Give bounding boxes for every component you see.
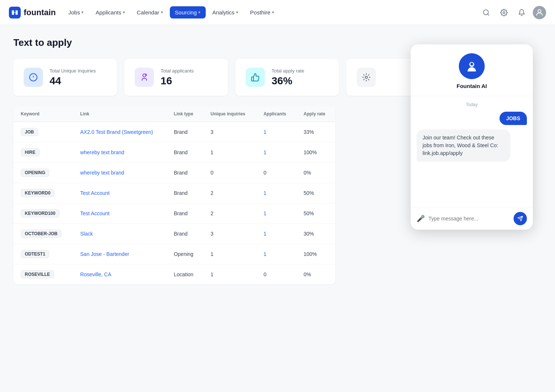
- apply-rate-cell: 100%: [296, 142, 336, 163]
- link-type-cell: Brand: [166, 183, 203, 203]
- applicants-cell[interactable]: 1: [256, 122, 296, 142]
- apply-rate-cell: 50%: [296, 183, 336, 203]
- nav-icons: [480, 6, 546, 19]
- keyword-badge: KEYWORD0: [21, 189, 54, 197]
- logo-text: fountain: [24, 8, 56, 17]
- unique-inquiries-cell: 3: [203, 224, 256, 244]
- chat-mic-icon[interactable]: 🎤: [417, 214, 425, 223]
- table-row: ODTEST1 San Jose - Bartender Opening 1 1…: [13, 244, 335, 264]
- total-applicants-icon: [135, 68, 154, 87]
- table-row: KEYWORD100 Test Account Brand 2 1 50%: [13, 203, 335, 224]
- keyword-badge: KEYWORD100: [21, 209, 60, 217]
- applicants-cell: 0: [256, 163, 296, 183]
- bell-icon: [518, 9, 525, 16]
- link-type-cell: Brand: [166, 122, 203, 142]
- link-type-cell: Brand: [166, 142, 203, 163]
- link-cell[interactable]: whereby text brand: [80, 170, 124, 176]
- keywords-table-container: Keyword Link Link type Unique inquiries …: [13, 106, 335, 284]
- apply-rate-cell: 100%: [296, 244, 336, 264]
- gear-icon: [500, 9, 508, 16]
- chat-avatar: [459, 53, 485, 79]
- apply-rate-cell: 50%: [296, 203, 336, 224]
- logo[interactable]: fountain: [9, 7, 56, 18]
- sourcing-chevron-icon: ▾: [198, 10, 201, 15]
- keyword-badge: HIRE: [21, 148, 40, 156]
- keyword-badge: ODTEST1: [21, 250, 49, 258]
- notifications-button[interactable]: [515, 6, 528, 19]
- chat-send-button[interactable]: [514, 212, 527, 225]
- link-cell[interactable]: Test Account: [80, 190, 110, 196]
- apply-rate-cell: 33%: [296, 122, 336, 142]
- chat-message-input[interactable]: [428, 216, 510, 222]
- link-cell[interactable]: whereby text brand: [80, 149, 124, 155]
- applicants-cell[interactable]: 1: [256, 142, 296, 163]
- table-row: ROSEVILLE Roseville, CA Location 1 0 0%: [13, 264, 335, 285]
- col-header-unique-inquiries: Unique inquiries: [203, 106, 256, 122]
- apply-rate-label: Total apply rate: [272, 68, 304, 74]
- chat-body: Today JOBS Join our team! Check out thes…: [411, 96, 533, 207]
- stat-card-unique-inquiries: Total Unique Inquiries 44: [13, 59, 117, 96]
- unique-inquiries-icon: [24, 68, 43, 87]
- chat-bot-message: Join our team! Check out these jobs from…: [417, 129, 510, 162]
- applicants-chevron-icon: ▾: [123, 10, 125, 15]
- chat-date-label: Today: [417, 102, 527, 107]
- applicants-cell[interactable]: 1: [256, 203, 296, 224]
- navbar: fountain Jobs ▾ Applicants ▾ Calendar ▾ …: [0, 0, 555, 25]
- calendar-chevron-icon: ▾: [161, 10, 163, 15]
- link-cell[interactable]: San Jose - Bartender: [80, 251, 129, 257]
- col-header-apply-rate: Apply rate: [296, 106, 336, 122]
- keyword-badge: ROSEVILLE: [21, 270, 54, 278]
- table-header-row: Keyword Link Link type Unique inquiries …: [13, 106, 335, 122]
- nav-item-calendar[interactable]: Calendar ▾: [132, 6, 168, 18]
- table-row: JOB AX2.0 Test Brand (Sweetgreen) Brand …: [13, 122, 335, 142]
- chat-widget: Fountain AI Today JOBS Join our team! Ch…: [411, 44, 533, 230]
- unique-inquiries-label: Total Unique Inquiries: [50, 68, 96, 74]
- applicants-cell[interactable]: 1: [256, 183, 296, 203]
- search-icon: [482, 9, 490, 16]
- nav-item-jobs[interactable]: Jobs ▾: [63, 6, 89, 18]
- unique-inquiries-cell: 1: [203, 244, 256, 264]
- unique-inquiries-cell: 0: [203, 163, 256, 183]
- link-type-cell: Brand: [166, 224, 203, 244]
- unique-inquiries-cell: 2: [203, 183, 256, 203]
- chat-name: Fountain AI: [457, 83, 487, 89]
- link-cell[interactable]: Slack: [80, 231, 93, 237]
- link-type-cell: Brand: [166, 203, 203, 224]
- settings-button[interactable]: [497, 6, 511, 19]
- link-cell[interactable]: AX2.0 Test Brand (Sweetgreen): [80, 129, 153, 135]
- chat-footer: 🎤: [411, 207, 533, 230]
- applicants-cell[interactable]: 1: [256, 244, 296, 264]
- table-row: OPENING whereby text brand Brand 0 0 0%: [13, 163, 335, 183]
- send-icon: [517, 216, 523, 222]
- applicants-cell[interactable]: 1: [256, 224, 296, 244]
- posthire-chevron-icon: ▾: [272, 10, 274, 15]
- keyword-badge: OCTOBER-JOB: [21, 230, 61, 238]
- search-button[interactable]: [480, 6, 493, 19]
- link-cell[interactable]: Test Account: [80, 210, 110, 216]
- svg-point-9: [365, 76, 367, 78]
- col-header-keyword: Keyword: [13, 106, 73, 122]
- chat-header: Fountain AI: [411, 44, 533, 96]
- apply-rate-cell: 30%: [296, 224, 336, 244]
- link-type-cell: Location: [166, 264, 203, 285]
- apply-rate-value: 36%: [272, 75, 304, 87]
- nav-item-applicants[interactable]: Applicants ▾: [90, 6, 130, 18]
- user-avatar[interactable]: [533, 6, 546, 19]
- jobs-chevron-icon: ▾: [81, 10, 84, 15]
- link-cell[interactable]: Roseville, CA: [80, 271, 111, 277]
- apply-rate-cell: 0%: [296, 163, 336, 183]
- svg-point-11: [470, 63, 473, 66]
- stat-card-total-applicants: Total applicants 16: [124, 59, 228, 96]
- table-row: KEYWORD0 Test Account Brand 2 1 50%: [13, 183, 335, 203]
- chat-user-message: JOBS: [500, 112, 527, 125]
- svg-point-3: [503, 11, 505, 13]
- unique-inquiries-cell: 2: [203, 203, 256, 224]
- nav-item-sourcing[interactable]: Sourcing ▾: [170, 6, 206, 18]
- unique-inquiries-cell: 1: [203, 264, 256, 285]
- table-row: OCTOBER-JOB Slack Brand 3 1 30%: [13, 224, 335, 244]
- fourth-stat-icon: [357, 68, 376, 87]
- nav-item-analytics[interactable]: Analytics ▾: [207, 6, 243, 18]
- nav-item-posthire[interactable]: Posthire ▾: [245, 6, 279, 18]
- applicants-cell: 0: [256, 264, 296, 285]
- analytics-chevron-icon: ▾: [236, 10, 238, 15]
